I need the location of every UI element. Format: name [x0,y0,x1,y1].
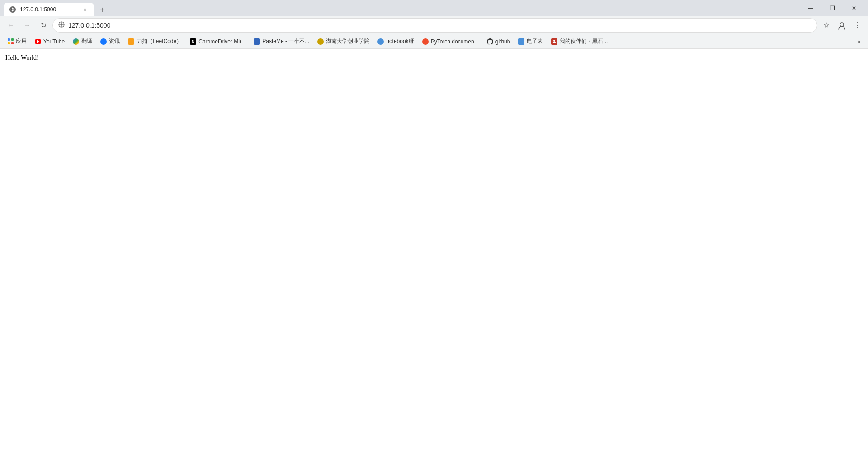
toolbar-right: ☆ ⋮ [819,18,864,33]
active-tab[interactable]: 127.0.0.1:5000 × [4,3,94,16]
bookmark-github[interactable]: github [483,36,514,47]
bookmark-chromedriver-label: ChromeDriver Mir... [198,38,245,45]
svg-rect-8 [11,38,14,41]
bookmarks-overflow-button[interactable]: » [854,36,864,47]
bookmark-hunan-label: 湖南大学创业学院 [326,38,369,45]
hello-world-text: Hello World! [5,54,863,62]
svg-rect-7 [8,38,10,41]
bookmark-hunan[interactable]: 湖南大学创业学院 [314,36,373,47]
bookmark-zixun[interactable]: 资讯 [97,36,123,47]
back-button[interactable]: ← [4,18,18,33]
apps-icon [7,38,14,45]
notebook-favicon [377,38,384,45]
close-button[interactable]: ✕ [844,0,864,16]
bookmark-leetcode[interactable]: 力扣（LeetCode） [124,36,185,47]
svg-point-6 [840,23,844,26]
browser-chrome: 127.0.0.1:5000 × + — ❐ ✕ ← → ↻ [0,0,868,49]
bookmark-translate[interactable]: 翻译 [69,36,96,47]
bookmark-apps-label: 应用 [16,38,27,45]
maximize-button[interactable]: ❐ [822,0,843,16]
bookmark-leetcode-label: 力扣（LeetCode） [137,38,182,45]
security-icon [58,21,65,29]
bookmark-youtube[interactable]: YouTube [31,36,68,47]
reload-button[interactable]: ↻ [36,18,51,33]
bookmark-spreadsheet-label: 电子表 [527,38,543,45]
account-button[interactable] [835,18,849,33]
youtube-favicon [35,38,41,45]
bookmark-spreadsheet[interactable]: 电子表 [514,36,547,47]
spreadsheet-favicon [518,38,524,45]
pytorch-favicon [422,38,429,45]
bookmark-pasteme[interactable]: PasteMe - 一个不... [250,36,313,47]
bookmark-partner-label: 我的伙伴们・黑石... [560,38,608,45]
menu-button[interactable]: ⋮ [850,18,864,33]
svg-point-11 [553,40,555,42]
bookmark-notebook-label: notebook呀 [386,38,414,45]
address-input[interactable] [68,22,811,29]
bookmark-pasteme-label: PasteMe - 一个不... [262,38,309,45]
svg-rect-10 [11,42,14,44]
bookmark-github-label: github [495,38,510,45]
tab-close-button[interactable]: × [81,6,89,13]
tab-title: 127.0.0.1:5000 [20,6,78,13]
leetcode-favicon [128,38,134,45]
partner-favicon [551,38,557,45]
svg-rect-9 [8,42,10,44]
window-controls: — ❐ ✕ [800,0,864,16]
zixun-favicon [100,38,107,45]
bookmark-pytorch-label: PyTorch documen... [431,38,479,45]
page-content: Hello World! [0,49,868,466]
bookmark-notebook[interactable]: notebook呀 [374,36,417,47]
chromedriver-favicon: N [190,38,196,45]
address-bar-container [52,18,817,33]
bookmark-apps[interactable]: 应用 [4,36,30,47]
bookmark-zixun-label: 资讯 [109,38,120,45]
globe-icon [9,6,16,13]
tab-favicon [9,6,16,13]
new-tab-button[interactable]: + [96,4,108,16]
github-favicon [487,38,493,45]
translate-favicon [73,38,79,45]
bookmark-translate-label: 翻译 [81,38,92,45]
star-button[interactable]: ☆ [819,18,834,33]
bookmarks-bar: 应用 YouTube 翻译 资讯 力扣（ [0,34,868,49]
bookmark-chromedriver[interactable]: N ChromeDriver Mir... [186,36,249,47]
bookmark-partner[interactable]: 我的伙伴们・黑石... [547,36,611,47]
tabs-area: 127.0.0.1:5000 × + [4,0,797,16]
forward-button[interactable]: → [20,18,34,33]
hunan-favicon [317,38,324,45]
bookmark-pytorch[interactable]: PyTorch documen... [419,36,482,47]
title-bar: 127.0.0.1:5000 × + — ❐ ✕ [0,0,868,16]
toolbar: ← → ↻ ☆ ⋮ [0,16,868,34]
minimize-button[interactable]: — [800,0,821,16]
bookmark-youtube-label: YouTube [43,38,65,45]
pasteme-favicon [254,38,260,45]
